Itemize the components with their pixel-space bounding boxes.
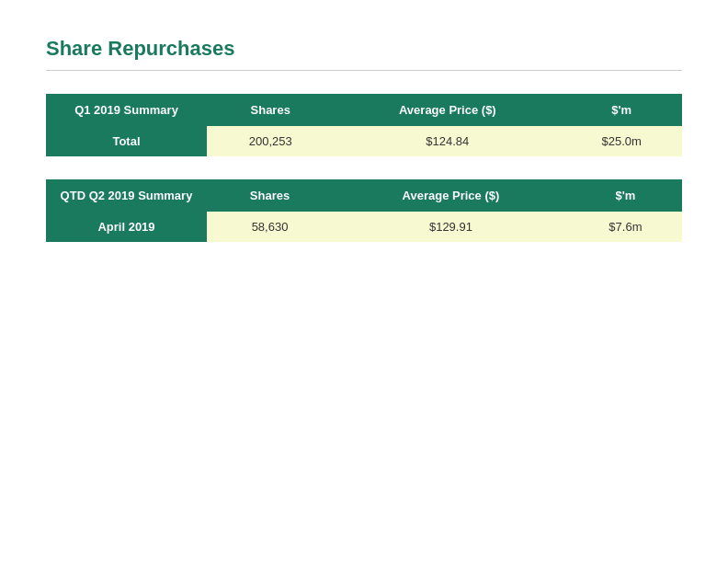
table1-col4-header: $'m: [561, 94, 682, 126]
table2-header-row: QTD Q2 2019 Summary Shares Average Price…: [46, 179, 682, 212]
table1-data-row: Total 200,253 $124.84 $25.0m: [46, 126, 682, 156]
table2-col2-header: Shares: [207, 179, 333, 212]
tables-container: Q1 2019 Summary Shares Average Price ($)…: [46, 94, 682, 242]
page-container: Share Repurchases Q1 2019 Summary Shares…: [0, 0, 728, 563]
table2-row-label: April 2019: [46, 212, 207, 242]
q2-summary-table: QTD Q2 2019 Summary Shares Average Price…: [46, 179, 682, 242]
table2-col4-header: $'m: [569, 179, 682, 212]
table2-row-avg-price: $129.91: [333, 212, 569, 242]
q1-summary-table: Q1 2019 Summary Shares Average Price ($)…: [46, 94, 682, 156]
table1-col1-header: Q1 2019 Summary: [46, 94, 207, 126]
table1-col2-header: Shares: [207, 94, 334, 126]
table1-row-shares: 200,253: [207, 126, 334, 156]
table1-header-row: Q1 2019 Summary Shares Average Price ($)…: [46, 94, 682, 126]
table2-row-shares: 58,630: [207, 212, 333, 242]
page-title: Share Repurchases: [46, 37, 682, 61]
table2-col3-header: Average Price ($): [333, 179, 569, 212]
table2-row-millions: $7.6m: [569, 212, 682, 242]
table1-row-avg-price: $124.84: [334, 126, 561, 156]
table1-row-millions: $25.0m: [561, 126, 682, 156]
table1-row-label: Total: [46, 126, 207, 156]
divider: [46, 70, 682, 71]
table2-data-row: April 2019 58,630 $129.91 $7.6m: [46, 212, 682, 242]
table1-col3-header: Average Price ($): [334, 94, 561, 126]
table2-col1-header: QTD Q2 2019 Summary: [46, 179, 207, 212]
